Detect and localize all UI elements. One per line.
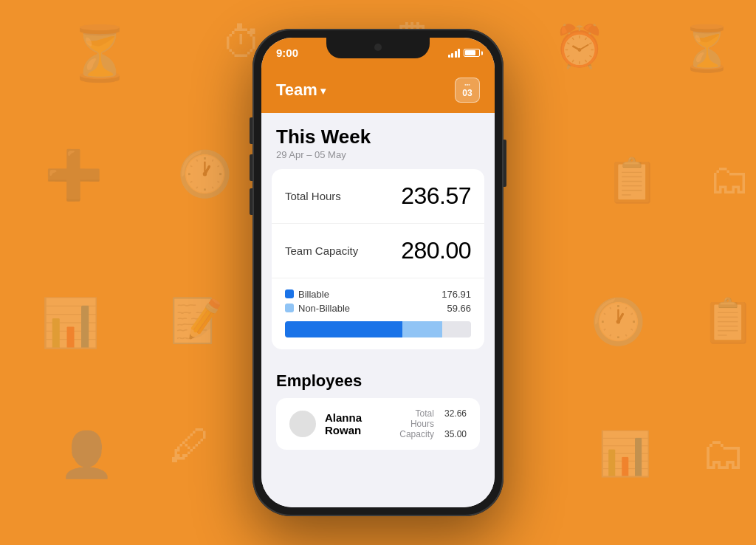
billable-value: 176.91	[441, 289, 471, 300]
billable-legend-row: Billable 176.91	[285, 289, 471, 300]
main-content: This Week 29 Apr – 05 May Total Hours 23…	[261, 113, 495, 507]
battery-icon	[464, 49, 480, 57]
non-billable-bar-segment	[402, 321, 442, 337]
non-billable-label: Non-Billable	[298, 303, 350, 314]
progress-bar	[285, 321, 471, 337]
employee-row: Alanna Rowan Total Hours 32.66 Capacity …	[289, 408, 467, 439]
billable-bar-segment	[285, 321, 402, 337]
total-hours-value: 236.57	[401, 182, 471, 210]
status-icons	[448, 49, 481, 58]
team-capacity-row: Team Capacity 280.00	[272, 223, 484, 278]
employee-stats: Total Hours 32.66 Capacity 35.00	[399, 408, 467, 439]
total-hours-row: Total Hours 236.57	[272, 169, 484, 223]
employees-section: Employees Alanna Rowan Total Hours 32.66…	[261, 360, 495, 457]
employee-capacity-value: 35.00	[444, 429, 467, 439]
header-bar: Team ▾ ▪▪▪ 03	[261, 70, 495, 113]
phone-screen: 9:00 Team ▾	[261, 38, 495, 507]
billable-label: Billable	[298, 289, 329, 300]
employee-total-hours-label: Total Hours	[399, 408, 434, 429]
non-billable-legend-left: Non-Billable	[285, 303, 350, 314]
calendar-date: 03	[462, 88, 472, 98]
status-time: 9:00	[276, 47, 298, 59]
chevron-down-icon: ▾	[320, 85, 326, 97]
phone-shell: 9:00 Team ▾	[252, 29, 504, 516]
non-billable-value: 59.66	[447, 303, 471, 314]
employee-total-hours-line: Total Hours 32.66	[399, 408, 467, 429]
billable-section: Billable 176.91 Non-Billable 59.66	[272, 278, 484, 349]
notch	[326, 38, 430, 58]
team-selector[interactable]: Team ▾	[276, 80, 326, 100]
employees-title: Employees	[276, 371, 480, 391]
calendar-icon-top: ▪▪▪	[464, 82, 470, 87]
this-week-date: 29 Apr – 05 May	[276, 149, 480, 160]
billable-dot	[285, 289, 294, 298]
signal-icon	[448, 49, 461, 58]
employee-name: Alanna Rowan	[325, 411, 391, 436]
team-capacity-label: Team Capacity	[285, 244, 358, 257]
employee-card: Alanna Rowan Total Hours 32.66 Capacity …	[276, 398, 480, 450]
notch-camera	[374, 44, 382, 51]
calendar-button[interactable]: ▪▪▪ 03	[455, 78, 480, 103]
employee-capacity-label: Capacity	[399, 429, 434, 439]
billable-legend-left: Billable	[285, 289, 329, 300]
this-week-header: This Week 29 Apr – 05 May	[261, 113, 495, 169]
team-label: Team	[276, 80, 317, 100]
status-bar-area: 9:00	[261, 38, 495, 70]
non-billable-dot	[285, 304, 294, 312]
avatar	[289, 411, 316, 437]
total-hours-label: Total Hours	[285, 190, 341, 202]
this-week-title: This Week	[276, 126, 480, 148]
team-capacity-value: 280.00	[401, 237, 471, 264]
employee-capacity-line: Capacity 35.00	[399, 429, 467, 439]
non-billable-legend-row: Non-Billable 59.66	[285, 303, 471, 314]
employee-total-hours-value: 32.66	[444, 408, 467, 429]
stats-card: Total Hours 236.57 Team Capacity 280.00 …	[272, 169, 484, 349]
